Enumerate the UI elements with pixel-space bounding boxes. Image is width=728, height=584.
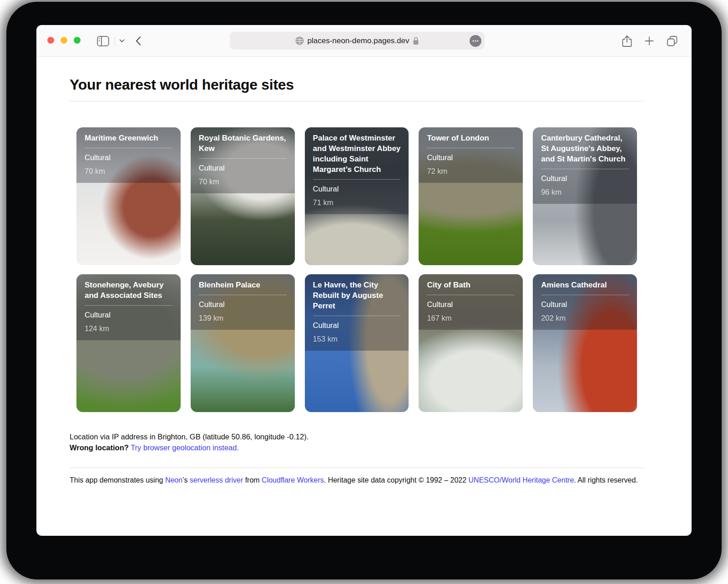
card-text-overlay: Maritime Greenwich Cultural 70 km bbox=[76, 127, 181, 183]
site-name: Stonehenge, Avebury and Associated Sites bbox=[85, 280, 172, 306]
site-distance: 139 km bbox=[199, 313, 287, 323]
browser-window: places-neon-demo.pages.dev bbox=[36, 25, 692, 536]
site-category: Cultural bbox=[85, 310, 172, 320]
site-name: Canterbury Cathedral, St Augustine's Abb… bbox=[541, 133, 629, 169]
heritage-site-card: Canterbury Cathedral, St Augustine's Abb… bbox=[533, 127, 637, 265]
lock-icon bbox=[413, 37, 419, 45]
site-distance: 124 km bbox=[85, 323, 172, 333]
zoom-button[interactable] bbox=[74, 37, 81, 44]
wrong-location-label: Wrong location? bbox=[70, 443, 129, 452]
site-distance: 96 km bbox=[541, 187, 629, 197]
footer-divider bbox=[70, 468, 644, 468]
card-text-overlay: Royal Botanic Gardens, Kew Cultural 70 k… bbox=[191, 127, 295, 193]
site-distance: 153 km bbox=[313, 334, 401, 344]
heritage-site-card: City of Bath Cultural 167 km bbox=[419, 274, 523, 412]
site-name: Blenheim Palace bbox=[199, 280, 287, 295]
footer-link[interactable]: UNESCO/World Heritage Centre bbox=[469, 476, 574, 484]
sidebar-icon bbox=[97, 36, 109, 46]
site-name: City of Bath bbox=[427, 280, 515, 295]
card-text-overlay: Canterbury Cathedral, St Augustine's Abb… bbox=[533, 127, 637, 204]
site-name: Palace of Westminster and Westminster Ab… bbox=[313, 133, 401, 180]
minimize-button[interactable] bbox=[61, 37, 67, 44]
location-note: Location via IP address in Brighton, GB … bbox=[70, 431, 644, 453]
card-text-overlay: Tower of London Cultural 72 km bbox=[419, 127, 523, 183]
heritage-site-card: Royal Botanic Gardens, Kew Cultural 70 k… bbox=[191, 127, 295, 265]
site-name: Tower of London bbox=[427, 133, 515, 148]
footer-text-segment: from bbox=[243, 476, 262, 484]
site-category: Cultural bbox=[85, 152, 172, 162]
footer-text-segment: ’s bbox=[182, 476, 190, 484]
site-category: Cultural bbox=[427, 299, 515, 309]
tabs-icon bbox=[667, 35, 678, 47]
back-button[interactable] bbox=[136, 25, 141, 57]
browser-toolbar: places-neon-demo.pages.dev bbox=[36, 25, 692, 57]
sidebar-menu-button[interactable] bbox=[119, 25, 125, 57]
footer-text-segment: This app demonstrates using bbox=[70, 476, 165, 484]
heritage-site-card: Stonehenge, Avebury and Associated Sites… bbox=[76, 274, 181, 412]
window-controls bbox=[47, 37, 81, 44]
ellipsis-icon bbox=[472, 40, 479, 42]
site-distance: 72 km bbox=[427, 166, 515, 176]
footer-link[interactable]: Cloudflare Workers bbox=[262, 476, 324, 484]
heritage-site-card: Maritime Greenwich Cultural 70 km bbox=[76, 127, 181, 265]
sidebar-toggle-button[interactable] bbox=[97, 25, 109, 57]
site-name: Maritime Greenwich bbox=[85, 133, 172, 148]
share-icon bbox=[622, 35, 632, 47]
chevron-down-icon bbox=[119, 39, 125, 43]
share-button[interactable] bbox=[622, 35, 632, 47]
site-name: Le Havre, the City Rebuilt by Auguste Pe… bbox=[313, 280, 401, 316]
heritage-site-card: Palace of Westminster and Westminster Ab… bbox=[305, 127, 409, 265]
card-text-overlay: Le Havre, the City Rebuilt by Auguste Pe… bbox=[305, 274, 409, 351]
geolocation-link[interactable]: Try browser geolocation instead. bbox=[131, 443, 239, 452]
footer-link[interactable]: serverless driver bbox=[190, 476, 243, 484]
heritage-grid: Maritime Greenwich Cultural 70 km Royal … bbox=[76, 127, 637, 412]
heritage-site-card: Blenheim Palace Cultural 139 km bbox=[191, 274, 295, 412]
site-category: Cultural bbox=[313, 320, 401, 330]
back-chevron-icon bbox=[136, 36, 141, 45]
page-content: Your nearest world heritage sites Mariti… bbox=[36, 76, 644, 485]
toolbar-divider bbox=[115, 36, 115, 46]
site-distance: 70 km bbox=[85, 166, 172, 176]
site-distance: 167 km bbox=[427, 313, 515, 323]
card-text-overlay: Amiens Cathedral Cultural 202 km bbox=[533, 274, 637, 330]
footer-text-segment: . Heritage site data copyright © 1992 – … bbox=[324, 476, 469, 484]
heritage-site-card: Amiens Cathedral Cultural 202 km bbox=[533, 274, 637, 412]
site-distance: 71 km bbox=[313, 197, 401, 207]
tab-overview-button[interactable] bbox=[667, 35, 678, 47]
footer-link[interactable]: Neon bbox=[165, 476, 182, 484]
card-text-overlay: Blenheim Palace Cultural 139 km bbox=[191, 274, 295, 330]
site-distance: 70 km bbox=[199, 176, 287, 186]
site-category: Cultural bbox=[199, 299, 287, 309]
card-text-overlay: Palace of Westminster and Westminster Ab… bbox=[305, 127, 409, 214]
site-category: Cultural bbox=[541, 173, 629, 183]
title-divider bbox=[70, 101, 644, 101]
site-category: Cultural bbox=[427, 152, 515, 162]
page-menu-button[interactable] bbox=[470, 35, 481, 47]
footer-text-segment: . All rights reserved. bbox=[574, 476, 638, 484]
close-button[interactable] bbox=[47, 37, 54, 44]
site-name: Amiens Cathedral bbox=[541, 280, 629, 295]
site-name: Royal Botanic Gardens, Kew bbox=[199, 133, 287, 159]
footer-text: This app demonstrates using Neon’s serve… bbox=[70, 475, 644, 486]
url-text: places-neon-demo.pages.dev bbox=[308, 36, 410, 45]
new-tab-button[interactable] bbox=[645, 36, 654, 45]
plus-icon bbox=[645, 36, 654, 45]
globe-icon bbox=[295, 36, 304, 45]
card-text-overlay: City of Bath Cultural 167 km bbox=[419, 274, 523, 330]
location-text: Location via IP address in Brighton, GB … bbox=[70, 433, 308, 441]
page-title: Your nearest world heritage sites bbox=[70, 76, 644, 93]
card-text-overlay: Stonehenge, Avebury and Associated Sites… bbox=[76, 274, 181, 340]
site-category: Cultural bbox=[313, 184, 401, 194]
heritage-site-card: Le Havre, the City Rebuilt by Auguste Pe… bbox=[305, 274, 409, 412]
heritage-site-card: Tower of London Cultural 72 km bbox=[419, 127, 523, 265]
address-bar[interactable]: places-neon-demo.pages.dev bbox=[230, 32, 485, 50]
site-distance: 202 km bbox=[541, 313, 629, 323]
site-category: Cultural bbox=[541, 299, 629, 309]
site-category: Cultural bbox=[199, 163, 287, 173]
